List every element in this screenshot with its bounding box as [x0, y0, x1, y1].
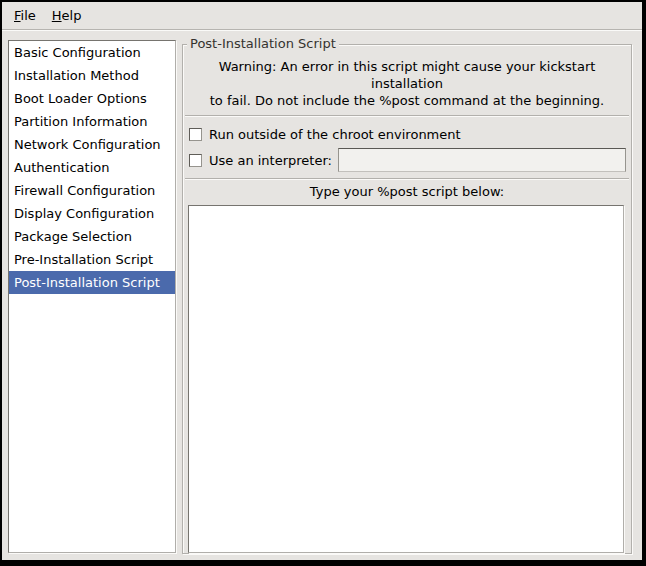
sidebar-item-installation-method[interactable]: Installation Method [9, 64, 175, 87]
menu-item-help[interactable]: Help [44, 4, 90, 27]
post-installation-script-frame: Post-Installation Script Warning: An err… [182, 44, 632, 554]
sidebar-item-authentication[interactable]: Authentication [9, 156, 175, 179]
menu-item-file[interactable]: File [6, 4, 44, 27]
frame-body: Warning: An error in this script might c… [183, 45, 631, 553]
warning-text: Warning: An error in this script might c… [185, 58, 629, 109]
sidebar-item-pre-installation-script[interactable]: Pre-Installation Script [9, 248, 175, 271]
sidebar-item-package-selection[interactable]: Package Selection [9, 225, 175, 248]
chroot-checkbox-label[interactable]: Run outside of the chroot environment [209, 127, 461, 142]
menu-help-label: elp [62, 8, 82, 23]
separator [185, 115, 629, 117]
interpreter-checkbox-label[interactable]: Use an interpreter: [209, 153, 332, 168]
interpreter-input[interactable] [338, 148, 626, 172]
interpreter-checkbox[interactable] [189, 154, 202, 167]
sidebar-item-firewall-configuration[interactable]: Firewall Configuration [9, 179, 175, 202]
sidebar-item-display-configuration[interactable]: Display Configuration [9, 202, 175, 225]
chroot-checkbutton[interactable]: Run outside of the chroot environment [185, 124, 629, 145]
post-script-textarea[interactable] [188, 205, 624, 553]
sidebar-item-post-installation-script[interactable]: Post-Installation Script [9, 271, 175, 294]
chroot-checkbox[interactable] [189, 128, 202, 141]
sidebar-item-network-configuration[interactable]: Network Configuration [9, 133, 175, 156]
menu-file-label: ile [21, 8, 36, 23]
menu-help-accel: H [52, 8, 62, 23]
kickstart-configurator-window: File Help Basic Configuration Installati… [0, 0, 646, 566]
sidebar-item-partition-information[interactable]: Partition Information [9, 110, 175, 133]
warning-line-2: to fail. Do not include the %post comman… [185, 92, 629, 109]
script-area-label: Type your %post script below: [185, 184, 629, 200]
sidebar-list: Basic Configuration Installation Method … [8, 40, 176, 553]
sidebar-item-boot-loader-options[interactable]: Boot Loader Options [9, 87, 175, 110]
window-content: File Help Basic Configuration Installati… [2, 2, 642, 560]
interpreter-checkbutton[interactable]: Use an interpreter: [185, 148, 629, 172]
menubar: File Help [2, 2, 642, 30]
sidebar-item-basic-configuration[interactable]: Basic Configuration [9, 41, 175, 64]
separator [185, 178, 629, 180]
warning-line-1: Warning: An error in this script might c… [185, 58, 629, 92]
